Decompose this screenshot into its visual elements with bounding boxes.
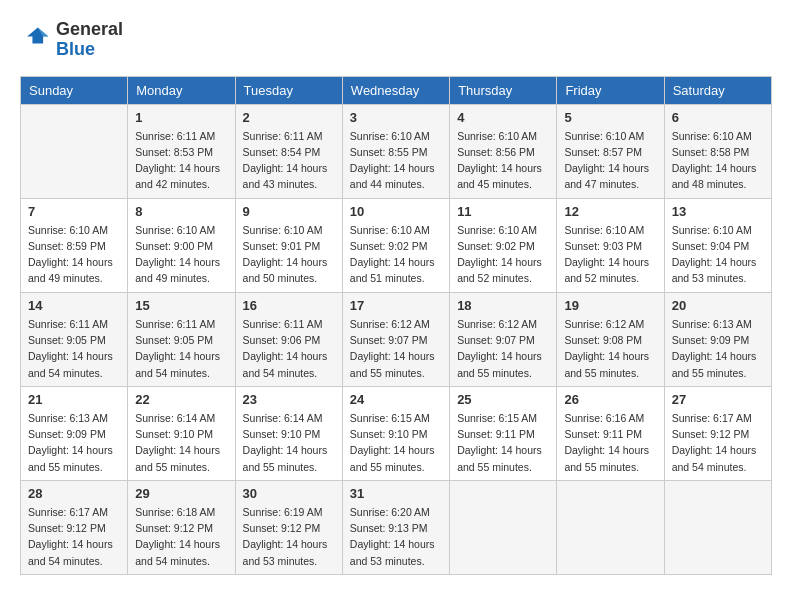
calendar-cell	[450, 480, 557, 574]
day-number: 30	[243, 486, 335, 501]
col-header-sunday: Sunday	[21, 76, 128, 104]
calendar-cell: 28Sunrise: 6:17 AM Sunset: 9:12 PM Dayli…	[21, 480, 128, 574]
logo: General Blue	[20, 20, 123, 60]
day-number: 24	[350, 392, 442, 407]
col-header-thursday: Thursday	[450, 76, 557, 104]
day-info: Sunrise: 6:10 AM Sunset: 9:02 PM Dayligh…	[350, 222, 442, 287]
col-header-wednesday: Wednesday	[342, 76, 449, 104]
calendar-cell: 7Sunrise: 6:10 AM Sunset: 8:59 PM Daylig…	[21, 198, 128, 292]
calendar-cell: 14Sunrise: 6:11 AM Sunset: 9:05 PM Dayli…	[21, 292, 128, 386]
day-number: 3	[350, 110, 442, 125]
day-info: Sunrise: 6:10 AM Sunset: 9:01 PM Dayligh…	[243, 222, 335, 287]
day-info: Sunrise: 6:10 AM Sunset: 8:59 PM Dayligh…	[28, 222, 120, 287]
col-header-tuesday: Tuesday	[235, 76, 342, 104]
day-number: 4	[457, 110, 549, 125]
day-info: Sunrise: 6:10 AM Sunset: 8:58 PM Dayligh…	[672, 128, 764, 193]
day-number: 18	[457, 298, 549, 313]
calendar-cell: 2Sunrise: 6:11 AM Sunset: 8:54 PM Daylig…	[235, 104, 342, 198]
calendar-week-4: 21Sunrise: 6:13 AM Sunset: 9:09 PM Dayli…	[21, 386, 772, 480]
calendar-cell: 25Sunrise: 6:15 AM Sunset: 9:11 PM Dayli…	[450, 386, 557, 480]
calendar-cell	[557, 480, 664, 574]
day-number: 1	[135, 110, 227, 125]
calendar-cell: 16Sunrise: 6:11 AM Sunset: 9:06 PM Dayli…	[235, 292, 342, 386]
day-number: 5	[564, 110, 656, 125]
calendar-table: SundayMondayTuesdayWednesdayThursdayFrid…	[20, 76, 772, 575]
day-info: Sunrise: 6:16 AM Sunset: 9:11 PM Dayligh…	[564, 410, 656, 475]
calendar-cell: 21Sunrise: 6:13 AM Sunset: 9:09 PM Dayli…	[21, 386, 128, 480]
day-info: Sunrise: 6:18 AM Sunset: 9:12 PM Dayligh…	[135, 504, 227, 569]
day-info: Sunrise: 6:14 AM Sunset: 9:10 PM Dayligh…	[135, 410, 227, 475]
calendar-cell: 8Sunrise: 6:10 AM Sunset: 9:00 PM Daylig…	[128, 198, 235, 292]
day-number: 19	[564, 298, 656, 313]
calendar-cell: 29Sunrise: 6:18 AM Sunset: 9:12 PM Dayli…	[128, 480, 235, 574]
calendar-cell: 6Sunrise: 6:10 AM Sunset: 8:58 PM Daylig…	[664, 104, 771, 198]
day-number: 11	[457, 204, 549, 219]
day-info: Sunrise: 6:11 AM Sunset: 8:53 PM Dayligh…	[135, 128, 227, 193]
day-info: Sunrise: 6:11 AM Sunset: 9:06 PM Dayligh…	[243, 316, 335, 381]
day-number: 8	[135, 204, 227, 219]
day-info: Sunrise: 6:11 AM Sunset: 9:05 PM Dayligh…	[28, 316, 120, 381]
calendar-cell: 22Sunrise: 6:14 AM Sunset: 9:10 PM Dayli…	[128, 386, 235, 480]
day-info: Sunrise: 6:11 AM Sunset: 9:05 PM Dayligh…	[135, 316, 227, 381]
day-info: Sunrise: 6:12 AM Sunset: 9:07 PM Dayligh…	[350, 316, 442, 381]
day-number: 25	[457, 392, 549, 407]
day-info: Sunrise: 6:10 AM Sunset: 9:04 PM Dayligh…	[672, 222, 764, 287]
day-info: Sunrise: 6:12 AM Sunset: 9:08 PM Dayligh…	[564, 316, 656, 381]
calendar-cell: 4Sunrise: 6:10 AM Sunset: 8:56 PM Daylig…	[450, 104, 557, 198]
day-number: 12	[564, 204, 656, 219]
day-info: Sunrise: 6:10 AM Sunset: 9:03 PM Dayligh…	[564, 222, 656, 287]
calendar-week-2: 7Sunrise: 6:10 AM Sunset: 8:59 PM Daylig…	[21, 198, 772, 292]
day-info: Sunrise: 6:15 AM Sunset: 9:11 PM Dayligh…	[457, 410, 549, 475]
calendar-cell: 9Sunrise: 6:10 AM Sunset: 9:01 PM Daylig…	[235, 198, 342, 292]
calendar-header: SundayMondayTuesdayWednesdayThursdayFrid…	[21, 76, 772, 104]
calendar-week-3: 14Sunrise: 6:11 AM Sunset: 9:05 PM Dayli…	[21, 292, 772, 386]
logo-text: General Blue	[56, 20, 123, 60]
calendar-cell: 12Sunrise: 6:10 AM Sunset: 9:03 PM Dayli…	[557, 198, 664, 292]
calendar-cell: 1Sunrise: 6:11 AM Sunset: 8:53 PM Daylig…	[128, 104, 235, 198]
day-number: 26	[564, 392, 656, 407]
calendar-cell	[21, 104, 128, 198]
calendar-week-1: 1Sunrise: 6:11 AM Sunset: 8:53 PM Daylig…	[21, 104, 772, 198]
day-number: 29	[135, 486, 227, 501]
calendar-cell	[664, 480, 771, 574]
day-info: Sunrise: 6:17 AM Sunset: 9:12 PM Dayligh…	[672, 410, 764, 475]
day-info: Sunrise: 6:20 AM Sunset: 9:13 PM Dayligh…	[350, 504, 442, 569]
calendar-cell: 23Sunrise: 6:14 AM Sunset: 9:10 PM Dayli…	[235, 386, 342, 480]
day-number: 17	[350, 298, 442, 313]
col-header-friday: Friday	[557, 76, 664, 104]
day-info: Sunrise: 6:10 AM Sunset: 8:56 PM Dayligh…	[457, 128, 549, 193]
day-info: Sunrise: 6:10 AM Sunset: 8:55 PM Dayligh…	[350, 128, 442, 193]
day-info: Sunrise: 6:14 AM Sunset: 9:10 PM Dayligh…	[243, 410, 335, 475]
col-header-saturday: Saturday	[664, 76, 771, 104]
day-number: 16	[243, 298, 335, 313]
day-number: 27	[672, 392, 764, 407]
day-number: 22	[135, 392, 227, 407]
day-number: 28	[28, 486, 120, 501]
calendar-cell: 17Sunrise: 6:12 AM Sunset: 9:07 PM Dayli…	[342, 292, 449, 386]
calendar-cell: 15Sunrise: 6:11 AM Sunset: 9:05 PM Dayli…	[128, 292, 235, 386]
calendar-cell: 18Sunrise: 6:12 AM Sunset: 9:07 PM Dayli…	[450, 292, 557, 386]
calendar-cell: 11Sunrise: 6:10 AM Sunset: 9:02 PM Dayli…	[450, 198, 557, 292]
day-info: Sunrise: 6:10 AM Sunset: 8:57 PM Dayligh…	[564, 128, 656, 193]
day-number: 31	[350, 486, 442, 501]
day-info: Sunrise: 6:19 AM Sunset: 9:12 PM Dayligh…	[243, 504, 335, 569]
day-number: 2	[243, 110, 335, 125]
day-info: Sunrise: 6:17 AM Sunset: 9:12 PM Dayligh…	[28, 504, 120, 569]
day-info: Sunrise: 6:15 AM Sunset: 9:10 PM Dayligh…	[350, 410, 442, 475]
calendar-cell: 5Sunrise: 6:10 AM Sunset: 8:57 PM Daylig…	[557, 104, 664, 198]
col-header-monday: Monday	[128, 76, 235, 104]
day-info: Sunrise: 6:13 AM Sunset: 9:09 PM Dayligh…	[28, 410, 120, 475]
day-number: 7	[28, 204, 120, 219]
day-number: 21	[28, 392, 120, 407]
calendar-cell: 3Sunrise: 6:10 AM Sunset: 8:55 PM Daylig…	[342, 104, 449, 198]
day-info: Sunrise: 6:10 AM Sunset: 9:02 PM Dayligh…	[457, 222, 549, 287]
day-number: 14	[28, 298, 120, 313]
day-number: 13	[672, 204, 764, 219]
day-info: Sunrise: 6:10 AM Sunset: 9:00 PM Dayligh…	[135, 222, 227, 287]
calendar-cell: 27Sunrise: 6:17 AM Sunset: 9:12 PM Dayli…	[664, 386, 771, 480]
calendar-cell: 13Sunrise: 6:10 AM Sunset: 9:04 PM Dayli…	[664, 198, 771, 292]
day-number: 23	[243, 392, 335, 407]
day-number: 10	[350, 204, 442, 219]
calendar-cell: 26Sunrise: 6:16 AM Sunset: 9:11 PM Dayli…	[557, 386, 664, 480]
logo-icon	[20, 24, 52, 56]
